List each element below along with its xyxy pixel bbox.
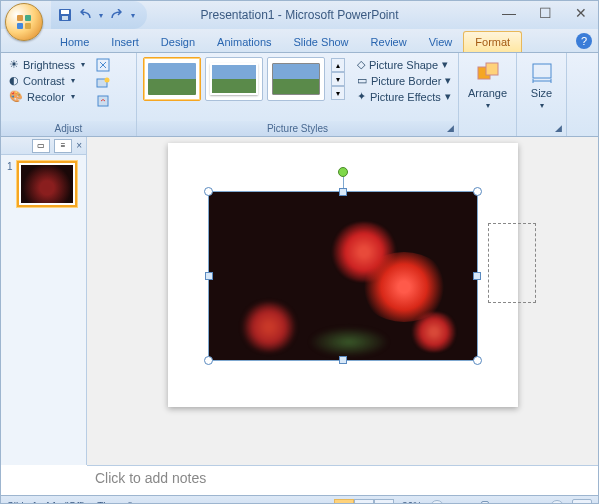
svg-point-0 (14, 12, 34, 32)
group-label-picture-styles: Picture Styles (137, 121, 458, 136)
slide[interactable] (168, 143, 518, 407)
style-preset-2[interactable] (205, 57, 263, 101)
fit-to-window-button[interactable]: ⊡ (572, 499, 592, 505)
picture-border-button[interactable]: ▭Picture Border▾ (355, 73, 453, 88)
panel-close-button[interactable]: × (76, 140, 82, 151)
group-label-adjust: Adjust (1, 121, 136, 136)
group-picture-styles: ▴ ▾ ▾ ◇Picture Shape▾ ▭Picture Border▾ ✦… (137, 53, 459, 136)
tab-insert[interactable]: Insert (100, 32, 150, 52)
workspace: ▭ ≡ × 1 (1, 137, 598, 465)
notes-pane[interactable]: Click to add notes (87, 465, 598, 495)
size-dialog-launcher[interactable]: ◢ (552, 122, 564, 134)
title-bar: ▾ ▾ Presentation1 - Microsoft PowerPoint… (1, 1, 598, 29)
svg-rect-3 (17, 23, 23, 29)
redo-button[interactable] (105, 5, 125, 25)
zoom-out-button[interactable]: − (430, 500, 444, 505)
zoom-slider-thumb[interactable] (481, 501, 489, 505)
rotation-handle[interactable] (338, 167, 348, 177)
undo-button[interactable] (77, 5, 97, 25)
effects-icon: ✦ (357, 90, 366, 103)
resize-handle-l[interactable] (205, 272, 213, 280)
zoom-in-button[interactable]: + (550, 500, 564, 505)
group-adjust: ☀Brightness▾ ◐Contrast▾ 🎨Recolor▾ Adjust (1, 53, 137, 136)
svg-rect-2 (25, 15, 31, 21)
border-icon: ▭ (357, 74, 367, 87)
picture-effects-button[interactable]: ✦Picture Effects▾ (355, 89, 453, 104)
slideshow-view-button[interactable]: ▣ (374, 499, 394, 505)
tab-format[interactable]: Format (463, 31, 522, 52)
gallery-more-button[interactable]: ▾ (331, 86, 345, 100)
quick-access-toolbar: ▾ ▾ (51, 1, 147, 29)
tab-home[interactable]: Home (49, 32, 100, 52)
gallery-up-button[interactable]: ▴ (331, 58, 345, 72)
ribbon-tabs: Home Insert Design Animations Slide Show… (1, 29, 598, 53)
text-placeholder[interactable] (488, 223, 536, 303)
group-arrange: Arrange▾ (459, 53, 517, 136)
close-button[interactable]: ✕ (568, 3, 594, 23)
gallery-down-button[interactable]: ▾ (331, 72, 345, 86)
picture-styles-gallery: ▴ ▾ ▾ (143, 57, 345, 101)
resize-handle-r[interactable] (473, 272, 481, 280)
svg-rect-6 (61, 10, 69, 14)
slides-tab-button[interactable]: ▭ (32, 139, 50, 153)
svg-point-10 (104, 78, 109, 83)
svg-rect-1 (17, 15, 23, 21)
window-title: Presentation1 - Microsoft PowerPoint (200, 8, 398, 22)
contrast-button[interactable]: ◐Contrast▾ (7, 73, 87, 88)
help-button[interactable]: ? (576, 33, 592, 49)
minimize-button[interactable]: — (496, 3, 522, 23)
slide-thumbnail-1[interactable]: 1 (1, 155, 86, 213)
office-button[interactable] (5, 3, 43, 41)
svg-rect-14 (533, 64, 551, 78)
resize-handle-tr[interactable] (473, 187, 482, 196)
change-picture-button[interactable] (95, 75, 111, 91)
view-buttons: ▭ ⊞ ▣ (334, 499, 394, 505)
tab-view[interactable]: View (418, 32, 464, 52)
picture-shape-button[interactable]: ◇Picture Shape▾ (355, 57, 453, 72)
resize-handle-tl[interactable] (204, 187, 213, 196)
shape-icon: ◇ (357, 58, 365, 71)
arrange-button[interactable]: Arrange▾ (462, 57, 513, 114)
reset-picture-button[interactable] (95, 93, 111, 109)
selected-picture[interactable] (208, 191, 478, 361)
tab-animations[interactable]: Animations (206, 32, 282, 52)
recolor-icon: 🎨 (9, 90, 23, 103)
arrange-icon (476, 61, 500, 85)
svg-rect-11 (98, 96, 108, 106)
tab-review[interactable]: Review (360, 32, 418, 52)
tab-design[interactable]: Design (150, 32, 206, 52)
svg-rect-4 (25, 23, 31, 29)
style-preset-1[interactable] (143, 57, 201, 101)
outline-tab-button[interactable]: ≡ (54, 139, 72, 153)
sorter-view-button[interactable]: ⊞ (354, 499, 374, 505)
recolor-button[interactable]: 🎨Recolor▾ (7, 89, 87, 104)
slide-number: 1 (7, 161, 13, 207)
resize-handle-bl[interactable] (204, 356, 213, 365)
qat-customize-icon[interactable]: ▾ (131, 11, 135, 20)
compress-pictures-button[interactable] (95, 57, 111, 73)
svg-rect-13 (486, 63, 498, 75)
ribbon: ☀Brightness▾ ◐Contrast▾ 🎨Recolor▾ Adjust… (1, 53, 598, 137)
status-bar: Slide 1 of 1 "Office Theme" ✓ ▭ ⊞ ▣ 36% … (1, 495, 598, 504)
svg-rect-7 (62, 16, 68, 20)
contrast-icon: ◐ (9, 74, 19, 87)
slide-panel: ▭ ≡ × 1 (1, 137, 87, 465)
brightness-icon: ☀ (9, 58, 19, 71)
resize-handle-b[interactable] (339, 356, 347, 364)
normal-view-button[interactable]: ▭ (334, 499, 354, 505)
resize-handle-br[interactable] (473, 356, 482, 365)
style-preset-3[interactable] (267, 57, 325, 101)
maximize-button[interactable]: ☐ (532, 3, 558, 23)
group-size: Size▾ ◢ (517, 53, 567, 136)
slide-canvas[interactable] (87, 137, 598, 465)
size-icon (530, 61, 554, 85)
brightness-button[interactable]: ☀Brightness▾ (7, 57, 87, 72)
save-button[interactable] (55, 5, 75, 25)
picture-content (209, 192, 477, 360)
undo-dropdown-icon[interactable]: ▾ (99, 11, 103, 20)
resize-handle-t[interactable] (339, 188, 347, 196)
tab-slide-show[interactable]: Slide Show (283, 32, 360, 52)
size-button[interactable]: Size▾ (524, 57, 560, 114)
picture-styles-dialog-launcher[interactable]: ◢ (444, 122, 456, 134)
